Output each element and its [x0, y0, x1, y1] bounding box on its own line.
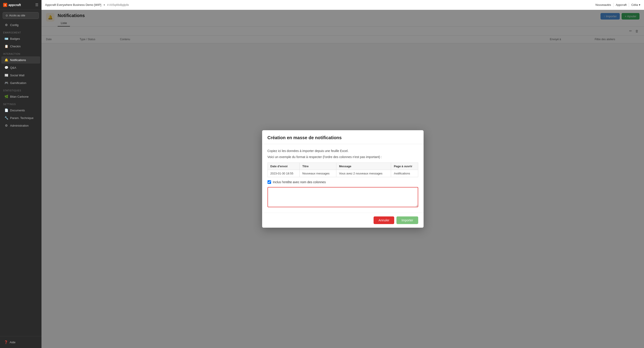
include-header-checkbox[interactable]: [268, 180, 271, 184]
sidebar-label: Aide: [10, 340, 16, 344]
sidebar-label: Bilan Carbone: [10, 95, 28, 98]
sidebar-item-param-technique[interactable]: 🔧 Param. Technique: [1, 114, 40, 121]
section-settings: SETTINGS: [0, 100, 42, 106]
sidebar-logo: a appcraft ☰: [0, 0, 42, 10]
example-col-message: Message: [336, 163, 391, 170]
modal-desc1: Copiez ici les données à importer depuis…: [268, 149, 418, 153]
example-cell-message: Vous avez 2 nouveaux messages: [336, 170, 391, 177]
content-area: 🔔 Notifications Liste ↑ Importer + Ajout…: [42, 10, 644, 348]
example-cell-date: 2023-01-30 18:55: [268, 170, 300, 177]
sidebar-item-bilan-carbone[interactable]: 🌿 Bilan Carbone: [1, 93, 40, 100]
acces-site-icon: ⊙: [6, 14, 8, 17]
sidebar-label: Checkin: [10, 45, 21, 48]
sidebar-item-notifications[interactable]: 🔔 Notifications: [1, 56, 40, 64]
sidebar-item-documents[interactable]: 📄 Documents: [1, 107, 40, 114]
topbar-divider2: [629, 3, 629, 7]
sidebar-label: Administration: [10, 124, 28, 127]
modal-body: Copiez ici les données à importer depuis…: [262, 144, 424, 213]
sidebar-label: Notifications: [10, 58, 26, 62]
sidebar-item-social-wall[interactable]: 📰 Social Wall: [1, 72, 40, 79]
topbar-divider: [613, 3, 614, 7]
section-statistiques: STATISTIQUES: [0, 87, 42, 93]
notifications-icon: 🔔: [4, 58, 8, 62]
modal: Création en masse de notifications Copie…: [262, 130, 424, 228]
social-wall-icon: 📰: [4, 73, 8, 77]
modal-footer: Annuler Importer: [262, 213, 424, 228]
sidebar-label: Social Wall: [10, 74, 24, 77]
sidebar-label: Param. Technique: [10, 116, 34, 120]
sidebar-item-config[interactable]: ⚙ Config: [1, 21, 40, 29]
administration-icon: ⚙: [4, 124, 8, 127]
qa-icon: 💬: [4, 66, 8, 69]
nouveautes-link[interactable]: Nouveautés: [596, 3, 611, 7]
modal-overlay: Création en masse de notifications Copie…: [42, 10, 644, 348]
documents-icon: 📄: [4, 108, 8, 112]
sidebar-item-qa[interactable]: 💬 Q&A: [1, 64, 40, 71]
badges-icon: 🪪: [4, 37, 8, 40]
section-interaction: INTERACTION: [0, 50, 42, 56]
sidebar: a appcraft ☰ ⊙ Accès au site ⚙ Config EM…: [0, 0, 42, 348]
brand-link[interactable]: Appcraft: [616, 3, 626, 7]
logo-icon: a: [3, 3, 7, 7]
user-name: Célia: [631, 3, 638, 7]
config-icon: ⚙: [4, 23, 8, 27]
aide-icon: ❓: [4, 340, 8, 344]
sidebar-label: Badges: [10, 37, 20, 40]
checkin-icon: 📋: [4, 45, 8, 48]
example-col-date: Date d'envoi: [268, 163, 300, 170]
modal-desc2: Voici un exemple du format à respecter (…: [268, 155, 418, 159]
example-col-page: Page à ouvrir: [391, 163, 418, 170]
topbar: Appcraft Everywhere Business Demo [WIP] …: [42, 0, 644, 10]
importer-button[interactable]: Importer: [396, 216, 418, 224]
main-area: Appcraft Everywhere Business Demo [WIP] …: [42, 0, 644, 348]
annuler-button[interactable]: Annuler: [374, 216, 394, 224]
user-menu[interactable]: Célia ▾: [631, 3, 640, 7]
example-col-titre: Titre: [300, 163, 336, 170]
import-textarea[interactable]: [268, 187, 418, 207]
sidebar-label: Gamification: [10, 81, 26, 85]
example-row: 2023-01-30 18:55 Nouveaux messages Vous …: [268, 170, 418, 177]
section-emargement: EMARGEMENT: [0, 29, 42, 35]
modal-title: Création en masse de notifications: [268, 135, 418, 140]
gamification-icon: 🎮: [4, 81, 8, 85]
sidebar-label: Documents: [10, 109, 25, 112]
hamburger-icon[interactable]: ☰: [35, 3, 38, 7]
checkbox-label[interactable]: Inclus l'entête avec nom des colonnes: [273, 180, 326, 184]
sidebar-item-checkin[interactable]: 📋 Checkin: [1, 43, 40, 50]
acces-site-button[interactable]: ⊙ Accès au site: [3, 12, 39, 19]
sidebar-label: Q&A: [10, 66, 16, 69]
project-name: Appcraft Everywhere Business Demo [WIP]: [45, 3, 101, 7]
example-cell-page: /notifications: [391, 170, 418, 177]
sidebar-label: Config: [10, 23, 18, 27]
param-technique-icon: 🔧: [4, 116, 8, 120]
bilan-carbone-icon: 🌿: [4, 95, 8, 98]
logo-name: appcraft: [8, 3, 21, 7]
user-chevron-icon: ▾: [639, 3, 640, 7]
sidebar-item-badges[interactable]: 🪪 Badges: [1, 35, 40, 42]
project-chevron-icon[interactable]: ▾: [104, 3, 105, 7]
sidebar-item-gamification[interactable]: 🎮 Gamification: [1, 79, 40, 86]
example-cell-titre: Nouveaux messages: [300, 170, 336, 177]
modal-header: Création en masse de notifications: [262, 130, 424, 144]
example-table: Date d'envoi Titre Message Page à ouvrir…: [268, 162, 418, 177]
sidebar-item-administration[interactable]: ⚙ Administration: [1, 122, 40, 129]
hash-label: # AX5q49xBpjlp9x: [107, 3, 129, 7]
logo: a appcraft: [3, 3, 21, 7]
sidebar-item-aide[interactable]: ❓ Aide: [3, 338, 38, 346]
checkbox-row: Inclus l'entête avec nom des colonnes: [268, 180, 418, 184]
sidebar-footer: ❓ Aide: [0, 336, 42, 348]
